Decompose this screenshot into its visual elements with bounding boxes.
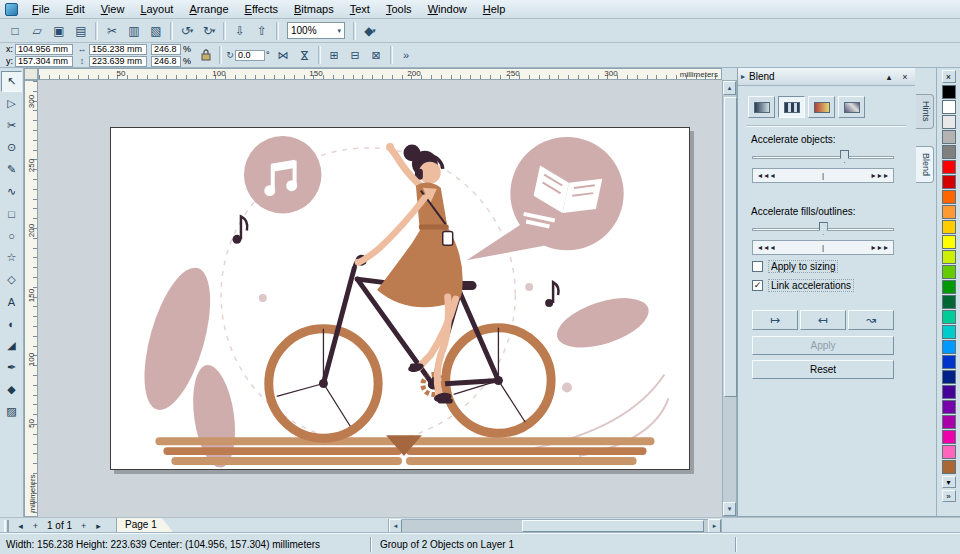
scroll-down-button[interactable]: ▾ [723, 502, 736, 516]
menu-file[interactable]: File [24, 1, 58, 17]
menu-bitmaps[interactable]: Bitmaps [286, 1, 342, 17]
palette-swatch[interactable] [942, 205, 956, 219]
blend-color-tab[interactable] [808, 96, 835, 118]
menu-edit[interactable]: Edit [58, 1, 93, 17]
application-launcher-button[interactable]: ◆▾ [359, 21, 381, 41]
palette-swatch[interactable] [942, 250, 956, 264]
pick-tool[interactable]: ↖ [1, 71, 22, 92]
palette-swatch[interactable] [942, 265, 956, 279]
palette-swatch[interactable] [942, 430, 956, 444]
misc-blend-options-tab[interactable] [838, 96, 865, 118]
export-button[interactable]: ⇧ [251, 21, 273, 41]
angle-field[interactable]: 0.0 [235, 50, 265, 61]
apply-to-sizing-checkbox[interactable]: Apply to sizing [752, 260, 838, 273]
link-accelerations-checkbox[interactable]: ✓ Link accelerations [752, 279, 854, 292]
vertical-scroll-thumb[interactable] [724, 97, 737, 397]
menu-view[interactable]: View [93, 1, 133, 17]
mirror-horizontal-button[interactable]: ⋈ [273, 46, 294, 65]
width-field[interactable]: 156.238 mm [89, 44, 147, 55]
print-button[interactable]: ▤ [70, 21, 92, 41]
palette-swatch[interactable] [942, 280, 956, 294]
palette-swatch[interactable] [942, 130, 956, 144]
palette-swatch[interactable] [942, 220, 956, 234]
vertical-scrollbar[interactable]: ▴ ▾ [722, 80, 737, 517]
blend-start-button[interactable]: ↦ [752, 310, 798, 330]
reset-button[interactable]: Reset [752, 360, 894, 379]
x-position-field[interactable]: 104.956 mm [15, 44, 73, 55]
palette-close-button[interactable]: × [942, 70, 956, 83]
horizontal-ruler[interactable]: 50 100 150 200 250 300 millimeters [38, 68, 722, 80]
apply-button[interactable]: Apply [752, 336, 894, 355]
horizontal-scrollbar[interactable]: ◂ ▸ [388, 519, 722, 533]
smart-fill-tool[interactable]: ∿ [1, 181, 22, 202]
palette-swatch[interactable] [942, 385, 956, 399]
bottom-book[interactable] [155, 435, 654, 465]
quick-customize-button[interactable]: » [396, 46, 417, 65]
interactive-fill-tool[interactable]: ▨ [1, 401, 22, 422]
palette-swatch[interactable] [942, 355, 956, 369]
horizontal-scroll-thumb[interactable] [522, 520, 705, 532]
page[interactable] [110, 127, 690, 470]
scale-x-field[interactable]: 246.8 [151, 44, 181, 55]
palette-swatch[interactable] [942, 100, 956, 114]
slider-handle[interactable] [840, 150, 849, 163]
text-tool[interactable]: A [1, 291, 22, 312]
lock-ratio-button[interactable] [195, 44, 216, 67]
add-page-before-button[interactable]: + [28, 519, 43, 533]
checkbox-box[interactable]: ✓ [752, 280, 763, 291]
palette-swatch[interactable] [942, 370, 956, 384]
vertical-ruler[interactable]: 300 250 200 150 100 50 millimeters [24, 80, 38, 517]
drawing-canvas[interactable] [38, 80, 722, 517]
rectangle-tool[interactable]: □ [1, 203, 22, 224]
group-button[interactable]: ⊞ [324, 46, 345, 65]
palette-swatch[interactable] [942, 325, 956, 339]
palette-swatch[interactable] [942, 235, 956, 249]
menu-arrange[interactable]: Arrange [181, 1, 236, 17]
docker-close-button[interactable]: × [898, 70, 912, 83]
palette-swatch[interactable] [942, 415, 956, 429]
scroll-right-button[interactable]: ▸ [708, 519, 721, 533]
scroll-left-button[interactable]: ◂ [389, 519, 402, 533]
checkbox-box[interactable] [752, 261, 763, 272]
eyedropper-tool[interactable]: ◢ [1, 335, 22, 356]
fill-tool[interactable]: ◆ [1, 379, 22, 400]
save-button[interactable]: ▣ [48, 21, 70, 41]
add-page-after-button[interactable]: + [76, 519, 91, 533]
menu-window[interactable]: Window [420, 1, 475, 17]
menu-help[interactable]: Help [475, 1, 514, 17]
palette-swatch[interactable] [942, 340, 956, 354]
palette-swatch[interactable] [942, 190, 956, 204]
basic-shapes-tool[interactable]: ◇ [1, 269, 22, 290]
palette-swatch[interactable] [942, 115, 956, 129]
redo-button[interactable]: ↻▾ [198, 21, 220, 41]
palette-swatch[interactable] [942, 175, 956, 189]
palette-swatch[interactable] [942, 310, 956, 324]
next-page-button[interactable]: ▸ [91, 519, 106, 533]
docker-collapse-button[interactable]: ▴ [882, 70, 896, 83]
undo-button[interactable]: ↺▾ [176, 21, 198, 41]
mirror-vertical-button[interactable]: ⋈ [295, 45, 314, 66]
page-tab[interactable]: Page 1 [116, 518, 174, 533]
blend-path-button[interactable]: ↝ [848, 310, 894, 330]
palette-expand-button[interactable]: » [942, 490, 956, 502]
ruler-origin-button[interactable] [24, 68, 38, 80]
scroll-up-button[interactable]: ▴ [723, 81, 736, 95]
cut-button[interactable]: ✂ [101, 21, 123, 41]
height-field[interactable]: 223.639 mm [89, 56, 147, 67]
ellipse-tool[interactable]: ○ [1, 225, 22, 246]
interactive-blend-tool[interactable]: ◐ [1, 313, 22, 334]
palette-swatch[interactable] [942, 160, 956, 174]
palette-scroll-down-button[interactable]: ▾ [942, 476, 956, 488]
blend-steps-tab[interactable] [748, 96, 775, 118]
blend-acceleration-tab[interactable] [778, 96, 805, 118]
blend-end-button[interactable]: ↤ [800, 310, 846, 330]
scale-y-field[interactable]: 246.8 [151, 56, 181, 67]
y-position-field[interactable]: 157.304 mm [15, 56, 73, 67]
crop-tool[interactable]: ✂ [1, 115, 22, 136]
tab-blend[interactable]: Blend [916, 146, 934, 183]
copy-button[interactable]: ▥ [123, 21, 145, 41]
combine-button[interactable]: ⊠ [366, 46, 387, 65]
palette-swatch[interactable] [942, 445, 956, 459]
palette-swatch[interactable] [942, 85, 956, 99]
accelerate-fills-slider[interactable] [752, 222, 894, 236]
